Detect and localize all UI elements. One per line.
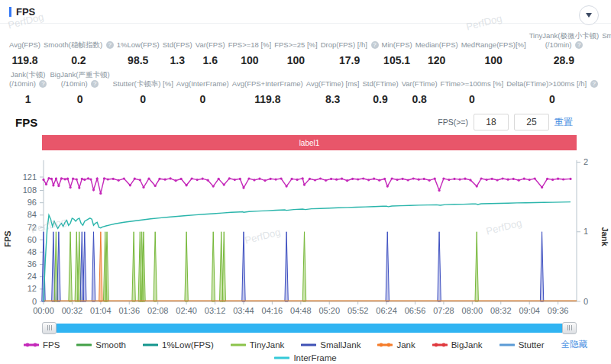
svg-text:2: 2 [584,157,588,166]
collapse-button[interactable] [579,5,599,25]
svg-text:0: 0 [32,297,37,306]
info-icon[interactable]: ? [39,80,47,88]
fps-section-header: FPS FPS(>=) 重置 [0,106,611,134]
stat-item: Var(FPS)1.6 [194,40,227,67]
stat-value: 17.9 [321,53,379,67]
svg-text:1: 1 [584,227,588,236]
stats-summary: Avg(FPS)119.8Smooth(稳帧指数) ?0.21%Low(FPS)… [0,24,611,106]
jank-event-TinyJank [185,232,188,301]
jank-event-TinyJank [475,232,478,301]
stat-item: Delta(FTime)>100ms [/h] ?0 [505,79,600,106]
stat-value: 0 [176,92,229,106]
stat-item: MedRange(FPS)[%]100 [460,40,528,67]
stat-value: 0 [50,92,109,106]
jank-event-TinyJank [69,232,72,301]
stat-item: Smooth(稳帧指数) ?0.2 [42,40,115,67]
stat-value: 1.6 [196,53,225,67]
stat-value: 100 [228,53,272,67]
stat-value: 28.9 [529,53,600,67]
stat-item: Std(FTime)0.9 [360,79,399,106]
info-icon[interactable]: ? [371,41,379,49]
legend-item-smalljank[interactable]: SmallJank [301,340,360,350]
svg-text:06:56: 06:56 [405,306,426,315]
svg-text:96: 96 [27,198,37,207]
legend-item-fps[interactable]: FPS [24,340,60,350]
jank-event-TinyJank [132,232,135,301]
chart-legend: FPSSmooth1%Low(FPS)TinyJankSmallJankJank… [0,338,611,364]
fps-threshold-input-2[interactable] [514,114,549,130]
svg-text:00:32: 00:32 [62,306,83,315]
stat-value: 8.3 [306,92,360,106]
svg-text:60: 60 [27,235,37,244]
jank-event-TinyJank [302,232,306,301]
stats-row-2: Jank(卡顿)(/10min) ?1BigJank(严重卡顿)(/10min)… [0,67,611,106]
svg-text:01:36: 01:36 [119,306,141,315]
scrollbar-left-handle[interactable] [42,322,57,334]
stat-value: 119.8 [9,53,40,67]
stat-item: TinyJank(极微小卡顿)(/10min) ?28.9 [528,31,601,67]
reset-link[interactable]: 重置 [554,116,573,129]
stat-value: 100 [274,53,318,67]
svg-text:84: 84 [27,210,37,219]
stat-item: Std(FPS)1.3 [161,40,194,67]
stat-item: SmallJank(微小卡顿)(/10min) ?11.9 [600,31,611,67]
info-icon[interactable]: ? [91,80,99,88]
svg-text:12: 12 [27,284,37,293]
stat-value: 11.9 [602,53,611,67]
stat-item: Drop(FPS) [/h] ?17.9 [319,40,380,67]
svg-text:Jank: Jank [600,227,609,246]
stat-value: 0 [113,92,173,106]
jank-event-SmallJank [242,232,245,301]
legend-row-2: InterFrame [0,351,611,364]
info-icon[interactable]: ? [106,41,114,49]
legend-row-1: FPSSmooth1%Low(FPS)TinyJankSmallJankJank… [0,338,611,351]
fps-threshold-input-1[interactable] [474,114,509,130]
legend-item-bigjank[interactable]: BigJank [432,340,483,350]
svg-text:05:20: 05:20 [318,306,340,315]
info-icon[interactable]: ? [575,41,583,49]
svg-text:02:40: 02:40 [176,306,197,315]
svg-text:08:00: 08:00 [462,306,483,315]
stat-item: Median(FPS)120 [414,40,460,67]
legend-item-interframe[interactable]: InterFrame [274,353,336,362]
stat-value: 0.8 [402,92,438,106]
svg-text:24: 24 [27,272,37,281]
legend-item-tinyjank[interactable]: TinyJank [231,340,285,350]
svg-text:48: 48 [27,247,37,256]
stat-value: 0 [506,92,598,106]
stat-item: Stutter(卡顿率) [%]0 [112,79,175,106]
scrollbar-right-handle[interactable] [562,322,577,334]
jank-event-SmallJank [438,232,441,301]
stat-item: Avg(FTime) [ms]8.3 [305,79,361,106]
stat-item: BigJank(严重卡顿)(/10min) ?0 [48,70,111,106]
stat-value: 100 [461,53,526,67]
fps-chart[interactable]: 0122436486072849610812101200:0000:3201:0… [0,156,611,321]
scrollbar-track[interactable] [57,324,562,333]
jank-event-TinyJank [212,232,215,301]
stat-item: FPS>=18 [%]100 [227,40,273,67]
legend-item-jank[interactable]: Jank [377,340,415,350]
chart-svg[interactable]: 0122436486072849610812101200:0000:3201:0… [0,156,611,321]
panel-header: FPS [0,0,611,24]
legend-item-stutter[interactable]: Stutter [499,340,545,350]
svg-text:02:08: 02:08 [147,306,169,315]
jank-event-SmallJank [83,232,86,301]
stat-value: 1.3 [163,53,192,67]
stat-item: Avg(InterFrame)0 [175,79,231,106]
stat-item: FPS>=25 [%]100 [273,40,319,67]
stat-value: 0.9 [362,92,398,106]
hide-all-link[interactable]: 全隐藏 [561,339,588,350]
stat-item: Var(FTime)0.8 [400,79,439,106]
chart-range-scrollbar [42,322,577,333]
stat-value: 98.5 [117,53,160,67]
svg-text:03:44: 03:44 [233,306,254,315]
svg-text:09:36: 09:36 [548,306,569,315]
legend-item-1lowfps[interactable]: 1%Low(FPS) [143,340,214,350]
stat-value: 120 [415,53,458,67]
stat-item: Min(FPS)105.1 [380,40,414,67]
perfdog-fps-panel: FPS Avg(FPS)119.8Smooth(稳帧指数) ?0.21%Low(… [0,0,611,364]
svg-text:06:24: 06:24 [376,306,397,315]
legend-item-smooth[interactable]: Smooth [76,340,126,350]
info-icon[interactable]: ? [590,80,598,88]
stat-value: 119.8 [232,92,303,106]
